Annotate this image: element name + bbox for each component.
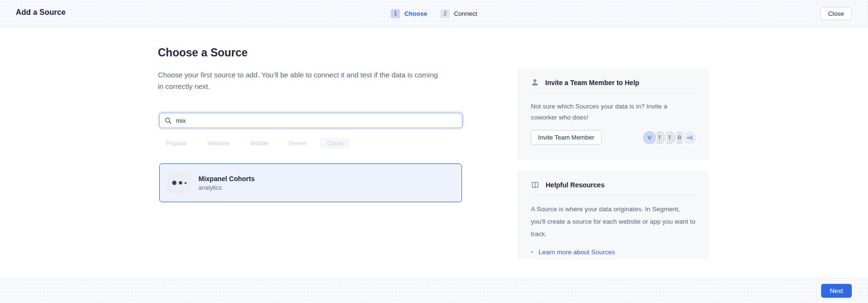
invite-actions-row: Invite Team Member V T T R +6 (531, 130, 696, 145)
close-button[interactable]: Close (820, 7, 852, 20)
tab-mobile[interactable]: Mobile (243, 138, 275, 149)
divider (531, 93, 696, 94)
window-title: Add a Source (16, 8, 66, 17)
avatar: V (643, 131, 656, 144)
source-category: analytics (198, 184, 254, 191)
resource-list-item: • Learn more about Sources (531, 248, 696, 256)
content-area: Choose a Source Choose your first source… (0, 27, 868, 278)
step-connect[interactable]: 2 Connect (440, 9, 477, 18)
book-icon (531, 181, 539, 189)
source-search-box[interactable] (159, 113, 462, 128)
avatar-overflow-count: +6 (683, 131, 696, 144)
tab-popular[interactable]: Popular (159, 138, 194, 149)
resources-panel-text: A Source is where your data originates. … (531, 203, 696, 240)
step-label: Connect (454, 10, 477, 17)
header-bar: Add a Source 1 Choose 2 Connect Close (0, 0, 868, 27)
source-result-mixpanel-cohorts[interactable]: Mixpanel Cohorts analytics (159, 163, 462, 202)
panel-header: Invite a Team Member to Help (531, 78, 696, 87)
search-input[interactable] (176, 117, 457, 124)
source-name: Mixpanel Cohorts (198, 175, 254, 183)
invite-panel-text: Not sure which Sources your data is in? … (531, 101, 689, 123)
step-number-badge: 2 (440, 9, 450, 18)
learn-more-sources-link[interactable]: Learn more about Sources (538, 249, 615, 256)
next-button[interactable]: Next (821, 284, 852, 298)
bullet-dot: • (531, 248, 533, 256)
person-icon (531, 78, 539, 87)
step-number-badge: 1 (391, 9, 400, 18)
panel-title: Helpful Resources (546, 181, 604, 189)
divider (531, 195, 696, 196)
panel-title: Invite a Team Member to Help (545, 79, 639, 87)
tab-cloud[interactable]: Cloud (320, 138, 350, 149)
footer-bar: Next (0, 278, 868, 303)
page-description: Choose your first source to add. You’ll … (158, 69, 445, 92)
source-card-text: Mixpanel Cohorts analytics (198, 175, 254, 191)
search-icon (165, 117, 172, 124)
invite-team-panel: Invite a Team Member to Help Not sure wh… (518, 68, 709, 160)
helpful-resources-panel: Helpful Resources A Source is where your… (518, 171, 709, 260)
mixpanel-dots-logo-icon (167, 172, 191, 195)
invite-team-member-button[interactable]: Invite Team Member (531, 130, 602, 145)
resource-links-list: • Learn more about Sources (531, 248, 696, 256)
page-title: Choose a Source (158, 46, 248, 59)
step-label: Choose (404, 10, 427, 17)
tab-server[interactable]: Server (282, 138, 313, 149)
team-avatar-stack: V T T R +6 (643, 131, 696, 144)
panel-header: Helpful Resources (531, 181, 696, 189)
category-tabs: Popular Website Mobile Server Cloud (159, 137, 350, 149)
tab-website[interactable]: Website (201, 138, 237, 149)
step-choose[interactable]: 1 Choose (391, 9, 427, 18)
wizard-stepper: 1 Choose 2 Connect (391, 9, 477, 18)
